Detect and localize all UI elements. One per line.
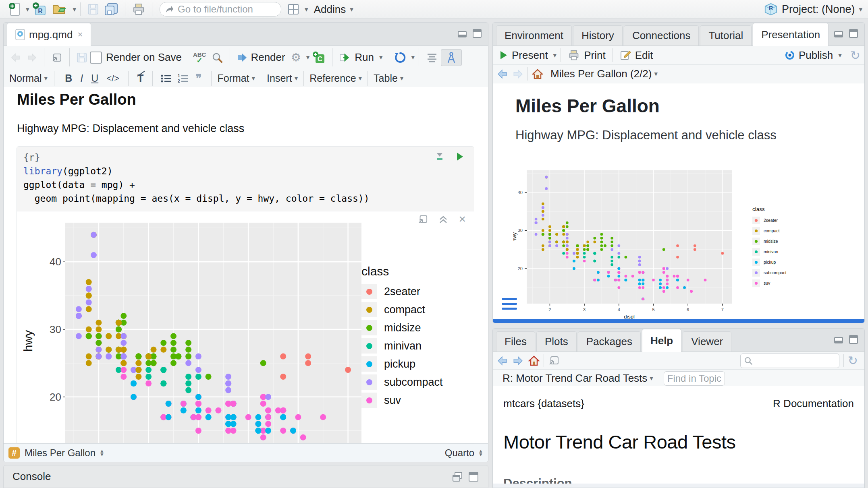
goto-file-search[interactable]: Go to file/function	[160, 2, 281, 17]
find-replace-icon[interactable]	[209, 50, 226, 65]
addins-menu[interactable]: Addins	[314, 3, 346, 16]
open-file-button[interactable]	[50, 1, 71, 17]
refresh-icon[interactable]: ↻	[850, 48, 860, 62]
project-menu[interactable]: Project: (None)	[782, 3, 855, 16]
home-slide-icon[interactable]	[532, 69, 543, 79]
project-caret[interactable]: ▾	[859, 5, 862, 14]
maximize-pane-icon[interactable]	[848, 334, 859, 345]
outline-toggle-icon[interactable]	[423, 51, 441, 64]
code-button[interactable]: </>	[106, 73, 119, 84]
help-topic-select[interactable]: R: Motor Trend Car Road Tests	[503, 372, 647, 385]
insert-menu[interactable]: Insert	[267, 72, 292, 84]
render-settings-gear-icon[interactable]: ⚙	[288, 49, 304, 66]
status-outline-label[interactable]: Miles Per Gallon	[25, 447, 96, 459]
reference-menu-caret[interactable]: ▾	[359, 74, 362, 83]
outline-updown-icon[interactable]: ▲▼	[100, 449, 104, 457]
find-in-topic-input[interactable]: Find in Topic	[664, 371, 725, 386]
render-settings-caret[interactable]: ▾	[306, 53, 310, 62]
blockquote-button[interactable]: ❞	[195, 72, 201, 85]
rerun-caret[interactable]: ▾	[411, 53, 415, 62]
doc-mode-label[interactable]: Quarto	[445, 447, 474, 459]
slide-menu-icon[interactable]	[502, 298, 517, 310]
bold-button[interactable]: B	[65, 72, 72, 84]
tab-viewer[interactable]: Viewer	[683, 331, 731, 352]
slide-breadcrumb-caret[interactable]: ▾	[654, 70, 658, 78]
new-file-caret[interactable]: ▾	[26, 5, 29, 14]
help-popout-icon[interactable]	[548, 356, 559, 366]
forward-icon[interactable]	[24, 51, 40, 64]
tab-connections[interactable]: Connections	[624, 25, 699, 45]
help-forward-icon[interactable]	[512, 356, 523, 366]
tab-history[interactable]: History	[573, 25, 623, 45]
clear-output-icon[interactable]: ×	[459, 215, 466, 224]
tab-presentation[interactable]: Presentation	[753, 23, 829, 46]
popout-source-icon[interactable]	[48, 51, 65, 64]
format-menu-caret[interactable]: ▾	[252, 74, 255, 83]
popout-output-icon[interactable]	[417, 215, 428, 224]
mode-updown-icon[interactable]: ▲▼	[478, 449, 483, 457]
new-project-button[interactable]: R	[29, 0, 50, 18]
help-search-input[interactable]	[740, 354, 839, 368]
run-chunk-icon[interactable]	[455, 151, 464, 162]
publish-button[interactable]: Publish	[781, 48, 836, 63]
tab-plots[interactable]: Plots	[536, 331, 577, 352]
table-menu[interactable]: Table	[374, 72, 398, 84]
rerun-icon[interactable]	[391, 50, 409, 65]
print-slides-button[interactable]: Print	[565, 48, 608, 63]
bullet-list-button[interactable]	[158, 72, 174, 85]
insert-menu-caret[interactable]: ▾	[295, 74, 298, 83]
edit-slides-button[interactable]: Edit	[617, 48, 656, 63]
maximize-pane-icon[interactable]	[848, 28, 859, 39]
minimize-pane-icon[interactable]	[834, 28, 844, 39]
present-button[interactable]: Present	[497, 48, 551, 63]
back-icon[interactable]	[8, 51, 24, 64]
reference-menu[interactable]: Reference	[309, 72, 356, 84]
help-back-icon[interactable]	[497, 356, 508, 366]
open-recent-caret[interactable]: ▾	[73, 5, 77, 14]
tab-files[interactable]: Files	[496, 331, 535, 352]
format-menu[interactable]: Format	[217, 72, 249, 84]
help-home-icon[interactable]	[528, 356, 540, 366]
maximize-pane-icon[interactable]	[472, 28, 482, 39]
tab-tutorial[interactable]: Tutorial	[700, 25, 752, 45]
new-file-button[interactable]	[6, 1, 23, 18]
save-all-button[interactable]	[102, 1, 121, 17]
help-refresh-icon[interactable]: ↻	[848, 354, 858, 368]
run-button[interactable]: Run	[336, 50, 377, 65]
help-content[interactable]: mtcars {datasets} R Documentation Motor …	[493, 386, 864, 484]
table-menu-caret[interactable]: ▾	[400, 74, 404, 83]
tab-close-icon[interactable]: ×	[77, 29, 83, 40]
present-caret[interactable]: ▾	[553, 51, 557, 60]
insert-chunk-button[interactable]: C	[309, 50, 328, 66]
paragraph-style-select[interactable]: Normal	[9, 72, 42, 84]
slide-forward-icon[interactable]	[512, 69, 523, 79]
panes-layout-caret[interactable]: ▾	[305, 5, 308, 14]
publish-caret[interactable]: ▾	[838, 51, 842, 60]
minimize-pane-icon[interactable]	[834, 334, 844, 345]
tab-help[interactable]: Help	[642, 329, 681, 352]
slide-breadcrumb[interactable]: Miles Per Gallon (2/2)	[550, 68, 652, 80]
run-caret[interactable]: ▾	[379, 53, 383, 62]
render-button[interactable]: Render	[234, 50, 288, 65]
console-restore-icon[interactable]	[452, 471, 463, 482]
slide-back-icon[interactable]	[497, 69, 508, 79]
numbered-list-button[interactable]: 12	[174, 72, 191, 85]
save-doc-icon[interactable]	[74, 51, 90, 64]
render-on-save-checkbox[interactable]	[90, 52, 102, 64]
clear-format-button[interactable]: T	[137, 72, 143, 84]
paragraph-style-caret[interactable]: ▾	[44, 74, 48, 83]
console-pane[interactable]: Console	[3, 465, 488, 488]
tab-environment[interactable]: Environment	[496, 25, 572, 45]
addins-caret[interactable]: ▾	[350, 5, 353, 14]
minimize-pane-icon[interactable]	[457, 28, 468, 39]
chunk-code[interactable]: {r} library(ggplot2)ggplot(data = mpg) +…	[17, 147, 474, 211]
collapse-output-icon[interactable]	[438, 215, 448, 224]
document-body[interactable]: Miles Per Gallon Highway MPG: Displaceme…	[4, 87, 488, 443]
tab-packages[interactable]: Packages	[578, 331, 641, 352]
spellcheck-icon[interactable]: ABC✓	[190, 50, 209, 65]
visual-editor-toggle[interactable]	[441, 49, 462, 66]
print-button[interactable]	[129, 1, 148, 17]
run-chunks-above-icon[interactable]	[434, 151, 445, 162]
panes-layout-button[interactable]	[284, 2, 302, 17]
console-maximize-icon[interactable]	[468, 471, 479, 482]
